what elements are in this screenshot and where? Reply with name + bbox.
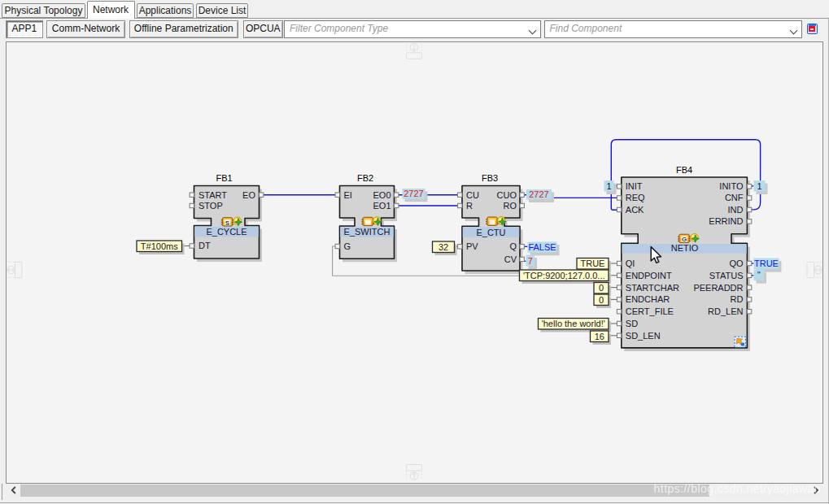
svg-text:16: 16 bbox=[595, 332, 604, 341]
svg-text:QO: QO bbox=[729, 259, 744, 268]
svg-text:INIT: INIT bbox=[626, 181, 643, 191]
svg-text:S: S bbox=[225, 219, 230, 227]
svg-text:0: 0 bbox=[599, 283, 604, 293]
svg-text:ENDPOINT: ENDPOINT bbox=[626, 271, 672, 280]
svg-text:QI: QI bbox=[626, 259, 635, 268]
svg-text:CNF: CNF bbox=[725, 193, 744, 202]
svg-text:RD: RD bbox=[731, 294, 744, 304]
svg-text:Q: Q bbox=[509, 241, 517, 251]
svg-text:E_SWITCH: E_SWITCH bbox=[344, 227, 391, 237]
svg-text:FB1: FB1 bbox=[216, 173, 232, 183]
svg-text:32: 32 bbox=[438, 242, 448, 252]
svg-text:EO1: EO1 bbox=[373, 201, 391, 211]
svg-text:TRUE: TRUE bbox=[581, 259, 605, 268]
svg-text:1: 1 bbox=[757, 181, 761, 191]
svg-text:'': '' bbox=[757, 270, 761, 280]
svg-text:PEERADDR: PEERADDR bbox=[693, 283, 743, 293]
svg-text:E_CTU: E_CTU bbox=[476, 228, 505, 237]
svg-text:RD_LEN: RD_LEN bbox=[708, 306, 743, 316]
svg-text:0: 0 bbox=[599, 295, 604, 305]
svg-text:7: 7 bbox=[528, 256, 533, 266]
svg-text:ERRIND: ERRIND bbox=[709, 216, 743, 226]
svg-text:R: R bbox=[466, 201, 473, 211]
svg-text:INITO: INITO bbox=[719, 181, 744, 191]
svg-text:STOP: STOP bbox=[199, 201, 223, 211]
svg-text:STARTCHAR: STARTCHAR bbox=[626, 283, 679, 293]
svg-text:SD: SD bbox=[626, 319, 638, 328]
svg-text:EI: EI bbox=[344, 190, 352, 200]
svg-text:'TCP:9200;127.0.0...: 'TCP:9200;127.0.0... bbox=[523, 271, 605, 280]
svg-text:FALSE: FALSE bbox=[528, 242, 556, 252]
svg-text:FB4: FB4 bbox=[676, 165, 692, 175]
svg-text:G: G bbox=[682, 236, 687, 243]
svg-text:START: START bbox=[199, 190, 227, 200]
svg-text:FB3: FB3 bbox=[482, 173, 498, 183]
svg-text:STATUS: STATUS bbox=[709, 271, 744, 280]
svg-text:2727: 2727 bbox=[404, 189, 423, 198]
svg-text:2727: 2727 bbox=[529, 189, 548, 199]
svg-text:PV: PV bbox=[466, 241, 478, 251]
svg-text:FB2: FB2 bbox=[357, 173, 373, 183]
svg-text:1: 1 bbox=[606, 181, 611, 191]
svg-text:RO: RO bbox=[504, 201, 517, 211]
svg-text:IND: IND bbox=[728, 205, 744, 215]
svg-text:NETIO: NETIO bbox=[671, 243, 699, 253]
svg-text:DT: DT bbox=[199, 241, 211, 250]
svg-text:CUO: CUO bbox=[497, 190, 517, 200]
svg-text:CV: CV bbox=[504, 254, 517, 264]
svg-text:E_CYCLE: E_CYCLE bbox=[206, 227, 247, 237]
svg-text:ENDCHAR: ENDCHAR bbox=[626, 294, 670, 304]
svg-text:EO: EO bbox=[242, 190, 255, 200]
svg-text:CU: CU bbox=[466, 190, 479, 200]
svg-text:CERT_FILE: CERT_FILE bbox=[626, 306, 674, 316]
svg-text:ACK: ACK bbox=[626, 205, 644, 215]
svg-text:REQ: REQ bbox=[626, 193, 645, 202]
svg-text:SD_LEN: SD_LEN bbox=[626, 331, 661, 341]
svg-text:T#100ms: T#100ms bbox=[141, 241, 178, 251]
svg-text:G: G bbox=[344, 241, 351, 251]
svg-text:TRUE: TRUE bbox=[754, 259, 779, 268]
svg-text:EO0: EO0 bbox=[373, 190, 391, 200]
svg-text:'hello the world!': 'hello the world!' bbox=[542, 319, 605, 328]
